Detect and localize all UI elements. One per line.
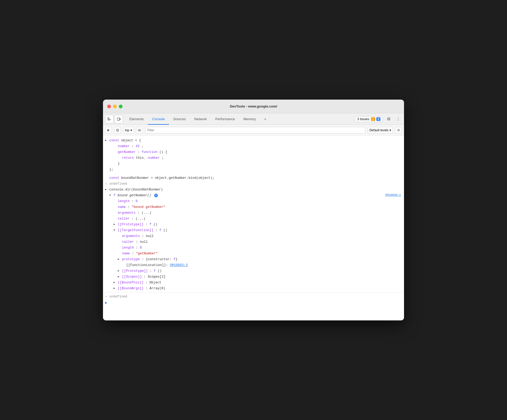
console-line: console.dir(boundGetNunmer): [103, 187, 404, 193]
console-line: const object = {: [103, 138, 404, 143]
context-selector[interactable]: top ▾: [123, 127, 134, 134]
dir-name: name : "bound getNumber": [111, 204, 404, 210]
dir-caller: caller : (...): [111, 216, 404, 222]
tab-elements[interactable]: Elements: [125, 113, 148, 125]
console-prompt: ▶: [103, 300, 404, 306]
expand-icon[interactable]: [118, 268, 122, 274]
vm-ref-link[interactable]: VM10659:1: [385, 193, 401, 198]
svg-marker-5: [107, 129, 110, 132]
fn-location-link[interactable]: VM10603:3: [170, 263, 188, 267]
console-line: };: [103, 167, 404, 172]
nav-tabs: Elements Console Sources Network Perform…: [125, 113, 270, 125]
dir-length: length : 0: [111, 198, 404, 204]
console-line: number : 42 ,: [111, 143, 404, 149]
fn-location: [[FunctionLocation]]: VM10603:3: [120, 262, 404, 268]
window-title: DevTools - www.google.com/: [230, 104, 277, 108]
info-icon[interactable]: i: [154, 194, 158, 197]
console-line: return this. number ;: [116, 155, 404, 161]
tf-length: length : 0: [116, 245, 404, 251]
expand-icon[interactable]: [118, 274, 122, 279]
svg-rect-4: [120, 118, 120, 120]
expand-icon[interactable]: [105, 187, 109, 192]
tab-console[interactable]: Console: [148, 113, 169, 125]
console-line: }: [111, 161, 404, 167]
traffic-lights: [107, 105, 123, 108]
collapse-icon[interactable]: [109, 193, 114, 198]
console-settings-button[interactable]: ⚙: [395, 127, 402, 134]
console-line: ◁ undefined: [103, 181, 404, 187]
nav-icons: [105, 115, 123, 123]
tab-more[interactable]: »: [260, 113, 270, 125]
minimize-button[interactable]: [113, 105, 117, 108]
dir-output-header: f bound getNumber() i VM10659:1: [103, 193, 404, 198]
tab-memory[interactable]: Memory: [239, 113, 260, 125]
tf-arguments: arguments : null: [116, 233, 404, 239]
tf-scopes: [[Scopes]] : Scopes[2]: [116, 274, 404, 280]
more-options-button[interactable]: ⋮: [395, 115, 402, 123]
device-toolbar-icon[interactable]: [115, 115, 123, 123]
bound-args: [[BoundArgs]] : Array(0): [111, 286, 404, 291]
svg-rect-0: [108, 118, 109, 119]
svg-point-8: [138, 129, 141, 131]
tab-network[interactable]: Network: [190, 113, 211, 125]
console-line: const boundGetNunmer = object.getNumber.…: [103, 175, 404, 181]
svg-line-7: [117, 129, 118, 131]
expand-icon[interactable]: [105, 138, 109, 143]
dir-arguments: arguments : (...): [111, 210, 404, 216]
settings-button[interactable]: ⚙: [385, 115, 392, 123]
eye-button[interactable]: [136, 127, 143, 134]
maximize-button[interactable]: [119, 105, 123, 108]
tf-caller: caller : null: [116, 239, 404, 245]
expand-icon[interactable]: [114, 286, 118, 291]
console-toolbar: top ▾ Default levels ▾ ⚙: [103, 125, 404, 136]
nav-bar: Elements Console Sources Network Perform…: [103, 113, 404, 125]
tab-performance[interactable]: Performance: [211, 113, 239, 125]
clear-console-button[interactable]: [114, 127, 121, 134]
warn-badge: 1: [371, 117, 375, 121]
issues-label: 3 Issues:: [357, 117, 370, 121]
dir-targetfn: [[TargetFunction]] : f (): [111, 227, 404, 233]
issues-badge[interactable]: 3 Issues: 1 2: [355, 116, 383, 122]
collapse-icon[interactable]: [114, 228, 118, 233]
info-badge: 2: [376, 117, 381, 121]
dir-prototype: [[Prototype]] : f (): [111, 222, 404, 227]
spacer: [103, 172, 404, 175]
tab-sources[interactable]: Sources: [169, 113, 190, 125]
close-button[interactable]: [107, 105, 111, 108]
title-bar: DevTools - www.google.com/: [103, 100, 404, 113]
expand-icon[interactable]: [118, 257, 122, 262]
console-undefined: ◁ undefined: [103, 294, 404, 300]
tf-prototype2: [[Prototype]] : f (): [116, 268, 404, 274]
log-levels-button[interactable]: Default levels ▾: [368, 127, 393, 134]
devtools-window: DevTools - www.google.com/ Elements: [103, 100, 404, 320]
expand-icon[interactable]: [114, 222, 118, 227]
filter-input[interactable]: [145, 127, 365, 134]
inspector-icon[interactable]: [105, 115, 114, 123]
tf-name: name : "getNumber": [116, 251, 404, 256]
console-output: const object = { number : 42 , getNumber…: [103, 136, 404, 320]
console-line: getNumber : function () {: [111, 149, 404, 155]
nav-right: 3 Issues: 1 2 ⚙ ⋮: [355, 115, 402, 123]
bound-this: [[BoundThis]] : Object: [111, 280, 404, 286]
svg-point-9: [139, 130, 140, 131]
expand-icon[interactable]: [114, 280, 118, 285]
execute-button[interactable]: [105, 127, 112, 134]
tf-prototype: prototype : {constructor: f}: [116, 256, 404, 262]
svg-rect-3: [117, 118, 119, 120]
